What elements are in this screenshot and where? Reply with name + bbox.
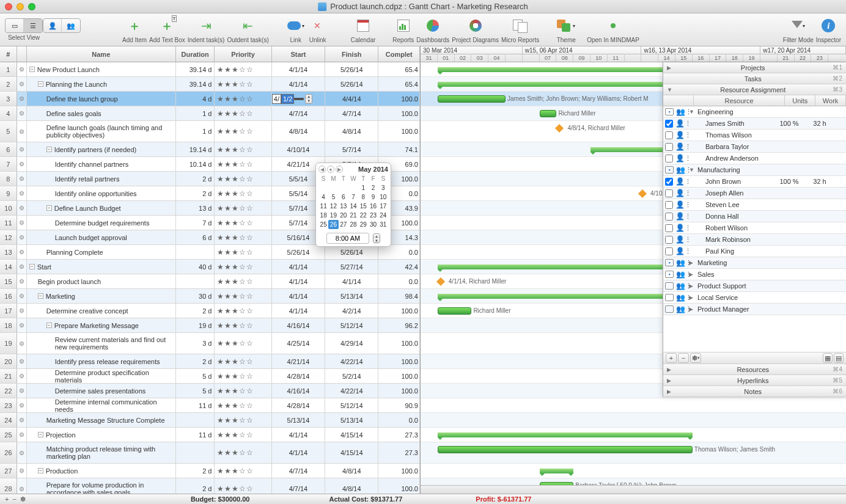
gantt-bar[interactable]: Richard Miller [438,307,472,315]
resource-group[interactable]: 👥⋮▶Product Manager [663,304,846,315]
resource-row[interactable]: 👤⋮Donna Hall [663,211,846,222]
resource-group[interactable]: 👥⋮▶Product Support [663,280,846,292]
calendar-day[interactable]: 21 [348,211,358,220]
table-row[interactable]: 28⚙Prepare for volume production in acco… [0,478,420,494]
resource-row[interactable]: 👤⋮James Smith100 %32 h [663,118,846,130]
table-row[interactable]: 6⚙−Identify partners (if needed)19.14 d★… [0,142,420,157]
inspector-section[interactable]: ▼Resource Assignment⌘3 [663,84,846,95]
table-row[interactable]: 13⚙Planning Complete★★★☆☆5/26/145/26/140… [0,245,420,260]
calendar-day[interactable]: 6 [339,192,348,202]
resource-checkbox[interactable] [665,143,673,151]
table-row[interactable]: 26⚙Matching product release timing with … [0,442,420,464]
zoom-window-button[interactable] [28,3,35,10]
add-item-button[interactable]: ＋ [125,16,144,35]
calendar-day[interactable]: 15 [358,202,368,211]
calendar-day[interactable]: 13 [339,202,348,211]
view-extra-2[interactable]: 👥 [62,19,80,32]
gantt-bar[interactable] [438,433,693,437]
calendar-day[interactable]: 5 [328,192,338,202]
table-row[interactable]: 17⚙Determine creative concept2 d★★★☆☆4/1… [0,304,420,318]
calendar-day[interactable]: 9 [368,192,378,202]
table-row[interactable]: 27⚙−Production2 d★★★☆☆4/7/144/8/14100.0 [0,464,420,478]
resource-checkbox[interactable] [665,236,673,244]
resource-settings-button[interactable]: ✽▾ [690,353,701,363]
table-row[interactable]: 25⚙−Projection11 d★★★☆☆4/1/144/15/1427.3 [0,428,420,442]
gantt-bar[interactable] [540,469,574,473]
indent-tasks-button[interactable]: ⇥ [196,16,216,35]
resource-checkbox[interactable] [665,201,673,209]
gantt-chart[interactable]: 30 Mar 2014w15, 06 Apr 2014w16, 13 Apr 2… [421,46,846,494]
calendar-day[interactable]: 10 [378,192,388,202]
calendar-day[interactable]: 17 [378,202,388,211]
mindmap-button[interactable] [603,16,623,35]
link-button[interactable]: ▾ [286,16,306,35]
calendar-day[interactable]: 12 [328,202,338,211]
expand-toggle[interactable]: − [29,67,35,72]
resource-row[interactable]: 👤⋮Robert Wilson [663,222,846,234]
table-row[interactable]: 2⚙−Planning the Launch39.14 d★★★☆☆4/1/14… [0,77,420,92]
expand-toggle[interactable]: − [38,81,43,87]
time-stepper[interactable]: ▲▼ [373,233,380,243]
calendar-day[interactable]: 22 [358,211,368,220]
calendar-button[interactable] [353,16,373,35]
gantt-bar[interactable]: Thomas Wilson; James Smith [438,446,693,453]
resource-group[interactable]: ▪👥⋮▶Sales [663,269,846,280]
resource-group[interactable]: ▪👥⋮▼Engineering [663,106,846,118]
expand-toggle[interactable]: − [46,323,52,328]
micro-reports-button[interactable] [510,16,530,35]
resource-checkbox[interactable] [665,189,673,197]
resource-row[interactable]: 👤⋮Thomas Wilson [663,130,846,141]
table-row[interactable]: 24⚙Marketing Message Structure Complete★… [0,413,420,428]
resource-checkbox[interactable] [665,178,673,186]
minimize-window-button[interactable] [17,3,24,10]
gantt-bar[interactable]: James Smith; John Brown; Mary Williams; … [438,95,506,103]
table-row[interactable]: 19⚙Review current materials and find out… [0,333,420,354]
expand-toggle[interactable]: − [29,264,35,269]
status-remove-button[interactable]: − [12,495,16,503]
cal-today-button[interactable]: ● [327,166,334,173]
inspector-footer-section[interactable]: ▶Hyperlinks⌘5 [663,375,846,386]
expand-toggle[interactable]: − [38,293,43,299]
table-row[interactable]: 20⚙Identify press release requirements2 … [0,354,420,369]
select-view-segment[interactable]: ▭ ☰ [5,18,43,33]
table-row[interactable]: 18⚙−Prepare Marketing Message19 d★★★☆☆4/… [0,318,420,333]
view-extra-1[interactable]: 👤 [43,19,62,32]
resource-checkbox[interactable] [665,120,673,128]
inspector-footer-section[interactable]: ▶Resources⌘4 [663,364,846,375]
calendar-day[interactable]: 25 [318,220,328,229]
expand-toggle[interactable]: − [38,468,43,473]
table-row[interactable]: 21⚙Determine product specification mater… [0,369,420,384]
resource-checkbox[interactable] [665,131,673,139]
table-row[interactable]: 5⚙Define launch goals (launch timing and… [0,121,420,142]
calendar-day[interactable]: 18 [318,211,328,220]
cal-next-button[interactable]: ▶ [336,166,343,173]
cal-prev-button[interactable]: ◀ [318,166,326,173]
inspector-section[interactable]: Tasks⌘2 [663,73,846,84]
calendar-day[interactable]: 16 [368,202,378,211]
remove-resource-button[interactable]: − [678,353,689,363]
calendar-day[interactable]: 19 [328,211,338,220]
resource-group[interactable]: ▪👥⋮▼Manufacturing [663,164,846,176]
table-row[interactable]: 1⚙−New Product Launch39.14 d★★★☆☆4/1/145… [0,62,420,77]
expand-toggle[interactable]: − [46,147,52,152]
resource-row[interactable]: 👤⋮Mark Robinson [663,234,846,246]
status-add-button[interactable]: + [5,495,9,503]
calendar-day[interactable]: 20 [339,211,348,220]
table-row[interactable]: 16⚙−Marketing30 d★★★☆☆4/1/145/13/1498.4 [0,289,420,304]
resource-checkbox[interactable] [665,224,673,232]
calendar-day[interactable]: 14 [348,202,358,211]
start-date-editor[interactable]: 4/1/2▲▼ [272,92,325,106]
calendar-day[interactable]: 3 [378,183,388,192]
resource-view-1[interactable]: ▦ [823,353,833,363]
inspector-section[interactable]: ▶Projects⌘1 [663,62,846,73]
theme-button[interactable]: ▾ [556,16,576,35]
calendar-day[interactable]: 29 [358,220,368,229]
resource-group[interactable]: 👥⋮▶Local Service [663,292,846,304]
view-extra-segment[interactable]: 👤 👥 [43,18,81,33]
resource-row[interactable]: 👤⋮Barbara Taylor [663,141,846,153]
calendar-day[interactable]: 8 [358,192,368,202]
resource-checkbox[interactable] [665,247,673,255]
table-row[interactable]: 4⚙Define sales goals1 d★★★☆☆4/7/144/7/14… [0,106,420,121]
resource-checkbox[interactable] [665,213,673,221]
view-mode-2[interactable]: ☰ [24,19,42,32]
